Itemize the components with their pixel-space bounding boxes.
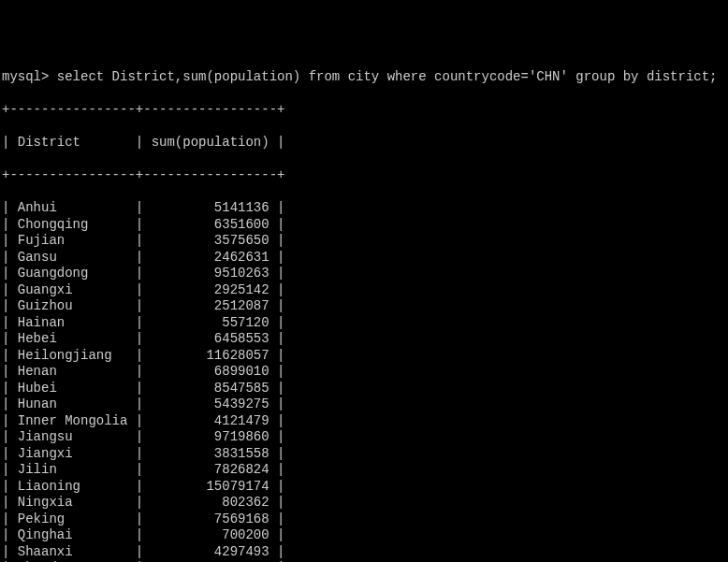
sql-prompt-line[interactable]: mysql> select District,sum(population) f… bbox=[2, 69, 726, 86]
table-row: | Chongqing | 6351600 | bbox=[2, 217, 726, 234]
table-row: | Heilongjiang | 11628057 | bbox=[2, 348, 726, 365]
table-row: | Hubei | 8547585 | bbox=[2, 381, 726, 397]
table-row: | Ningxia | 802362 | bbox=[2, 495, 726, 512]
table-border-top: +----------------+-----------------+ bbox=[2, 102, 726, 119]
table-row: | Gansu | 2462631 | bbox=[2, 250, 726, 267]
table-row: | Guangdong | 9510263 | bbox=[2, 266, 726, 282]
table-row: | Henan | 6899010 | bbox=[2, 364, 726, 381]
table-row: | Inner Mongolia | 4121479 | bbox=[2, 413, 726, 430]
table-row: | Jilin | 7826824 | bbox=[2, 462, 726, 479]
table-row: | Anhui | 5141136 | bbox=[2, 200, 726, 217]
table-body: | Anhui | 5141136 || Chongqing | 6351600… bbox=[2, 200, 726, 562]
table-row: | Jiangsu | 9719860 | bbox=[2, 429, 726, 446]
table-row: | Liaoning | 15079174 | bbox=[2, 479, 726, 496]
table-row: | Fujian | 3575650 | bbox=[2, 233, 726, 250]
table-row: | Jiangxi | 3831558 | bbox=[2, 446, 726, 463]
table-row: | Qinghai | 700200 | bbox=[2, 527, 726, 544]
table-row: | Hunan | 5439275 | bbox=[2, 396, 726, 413]
table-row: | Shaanxi | 4297493 | bbox=[2, 544, 726, 561]
table-border-mid: +----------------+-----------------+ bbox=[2, 167, 726, 184]
table-header-row: | District | sum(population) | bbox=[2, 135, 726, 151]
table-row: | Peking | 7569168 | bbox=[2, 512, 726, 528]
table-row: | Hebei | 6458553 | bbox=[2, 331, 726, 348]
table-row: | Guangxi | 2925142 | bbox=[2, 282, 726, 299]
table-row: | Guizhou | 2512087 | bbox=[2, 298, 726, 315]
table-row: | Hainan | 557120 | bbox=[2, 315, 726, 332]
